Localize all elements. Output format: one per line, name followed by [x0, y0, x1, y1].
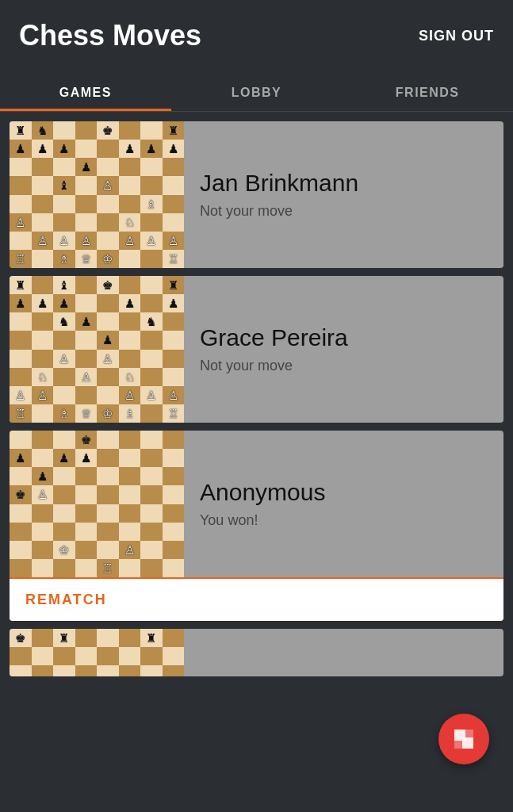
- chess-board-4: ♚♜♜: [10, 629, 184, 676]
- tab-games[interactable]: GAMES: [0, 71, 171, 111]
- add-game-icon: [451, 726, 477, 752]
- rematch-bar: REMATCH: [10, 577, 503, 621]
- chess-board-2: ♜♝♚♜♟♟♟♟♟♞♟♞♟♙♙♘♙♘♙♙♙♙♙♖♗♕♔♗♖: [10, 276, 184, 423]
- game-card-1[interactable]: ♜♞♚♜♟♟♟♟♟♟♟♝♙♗♙♘♙♙♙♙♙♙♖♗♕♔♖ Jan Brinkman…: [10, 121, 503, 268]
- chess-board-3: ♚♟♟♟♟♚♙♔♙♖: [10, 431, 184, 577]
- game-info-2: Grace Pereira Not your move: [184, 276, 503, 423]
- tab-lobby[interactable]: LOBBY: [171, 71, 343, 111]
- svg-rect-0: [454, 730, 462, 737]
- game-status-1: Not your move: [200, 203, 488, 220]
- svg-rect-2: [454, 741, 462, 749]
- tab-bar: GAMES LOBBY FRIENDS: [0, 71, 513, 112]
- game-card-main-3: ♚♟♟♟♟♚♙♔♙♖ Anonymous You won!: [10, 431, 503, 577]
- opponent-name-1: Jan Brinkmann: [200, 170, 488, 197]
- app-title: Chess Moves: [19, 19, 201, 52]
- game-card-main-1: ♜♞♚♜♟♟♟♟♟♟♟♝♙♗♙♘♙♙♙♙♙♙♖♗♕♔♖ Jan Brinkman…: [10, 121, 503, 268]
- game-status-3: You won!: [200, 512, 488, 529]
- game-card-3[interactable]: ♚♟♟♟♟♚♙♔♙♖ Anonymous You won! REMATCH: [10, 431, 503, 621]
- svg-rect-3: [465, 741, 473, 749]
- game-status-2: Not your move: [200, 358, 488, 374]
- game-card-4[interactable]: ♚♜♜: [10, 629, 503, 676]
- sign-out-button[interactable]: SIGN OUT: [419, 28, 494, 44]
- games-list: ♜♞♚♜♟♟♟♟♟♟♟♝♙♗♙♘♙♙♙♙♙♙♖♗♕♔♖ Jan Brinkman…: [0, 112, 513, 676]
- svg-rect-1: [465, 730, 473, 737]
- new-game-fab[interactable]: [438, 714, 489, 764]
- game-card-2[interactable]: ♜♝♚♜♟♟♟♟♟♞♟♞♟♙♙♘♙♘♙♙♙♙♙♖♗♕♔♗♖ Grace Pere…: [10, 276, 503, 423]
- game-card-main-2: ♜♝♚♜♟♟♟♟♟♞♟♞♟♙♙♘♙♘♙♙♙♙♙♖♗♕♔♗♖ Grace Pere…: [10, 276, 503, 423]
- rematch-button[interactable]: REMATCH: [25, 592, 107, 608]
- game-info-1: Jan Brinkmann Not your move: [184, 121, 503, 268]
- tab-friends[interactable]: FRIENDS: [342, 71, 513, 111]
- chess-board-1: ♜♞♚♜♟♟♟♟♟♟♟♝♙♗♙♘♙♙♙♙♙♙♖♗♕♔♖: [10, 121, 184, 268]
- game-card-main-4: ♚♜♜: [10, 629, 503, 676]
- game-info-3: Anonymous You won!: [184, 431, 503, 577]
- app-header: Chess Moves SIGN OUT: [0, 0, 513, 71]
- svg-rect-5: [454, 737, 473, 741]
- opponent-name-2: Grace Pereira: [200, 324, 488, 351]
- opponent-name-3: Anonymous: [200, 479, 488, 506]
